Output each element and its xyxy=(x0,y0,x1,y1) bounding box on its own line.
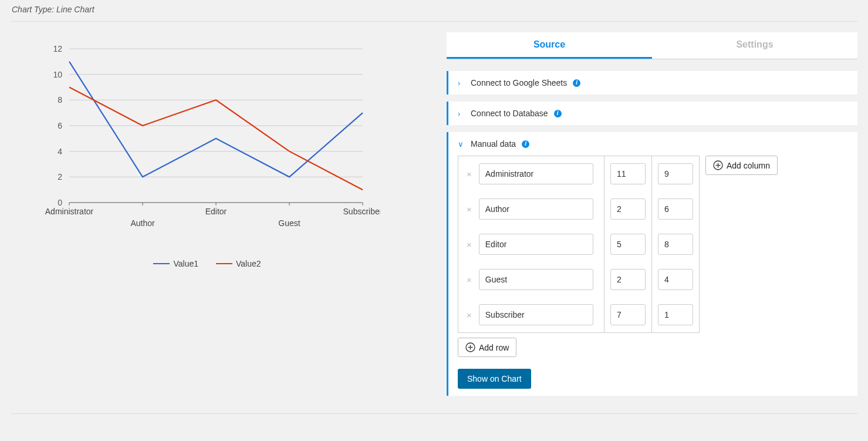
info-icon[interactable]: i xyxy=(554,110,562,117)
tab-source[interactable]: Source xyxy=(447,32,652,59)
chevron-down-icon: ∨ xyxy=(458,140,465,149)
row-value2-input[interactable] xyxy=(658,269,693,290)
remove-row-button[interactable]: × xyxy=(464,240,474,249)
svg-text:4: 4 xyxy=(58,147,62,156)
row-label-input[interactable] xyxy=(479,234,593,255)
accordion-database[interactable]: › Connect to Database i xyxy=(447,102,857,125)
row-value2-input[interactable] xyxy=(658,163,693,184)
tab-settings[interactable]: Settings xyxy=(652,32,857,59)
add-column-label: Add column xyxy=(727,161,770,170)
accordion-title-database: Connect to Database xyxy=(471,109,548,118)
remove-row-button[interactable]: × xyxy=(464,275,474,284)
info-icon[interactable]: i xyxy=(522,140,529,148)
row-value1-input[interactable] xyxy=(610,304,646,325)
svg-text:2: 2 xyxy=(58,172,62,181)
accordion-title-google-sheets: Connect to Google Sheets xyxy=(471,78,567,87)
legend-swatch-value1 xyxy=(153,263,170,264)
add-column-button[interactable]: Add column xyxy=(705,156,778,175)
manual-data-table: ××××× xyxy=(458,156,700,333)
svg-text:Author: Author xyxy=(130,218,155,228)
chevron-right-icon: › xyxy=(458,79,465,87)
svg-text:Subscriber: Subscriber xyxy=(343,207,380,216)
add-row-label: Add row xyxy=(479,343,509,352)
row-label-input[interactable] xyxy=(479,198,593,220)
row-label-input[interactable] xyxy=(479,269,593,290)
svg-text:0: 0 xyxy=(58,198,62,207)
plus-circle-icon xyxy=(465,342,475,352)
chart-type-label: Chart Type: Line Chart xyxy=(11,2,857,22)
accordion-google-sheets[interactable]: › Connect to Google Sheets i xyxy=(447,71,857,95)
row-value2-input[interactable] xyxy=(658,304,693,325)
svg-text:10: 10 xyxy=(53,70,62,79)
line-chart: 024681012AdministratorAuthorEditorGuestS… xyxy=(34,38,380,261)
row-value1-input[interactable] xyxy=(610,198,646,220)
row-value1-input[interactable] xyxy=(610,234,646,255)
remove-row-button[interactable]: × xyxy=(464,205,474,214)
row-value2-input[interactable] xyxy=(658,234,693,255)
show-on-chart-button[interactable]: Show on Chart xyxy=(458,369,531,389)
editor-tabs: Source Settings xyxy=(447,32,857,59)
row-value1-input[interactable] xyxy=(610,163,646,184)
plus-circle-icon xyxy=(713,160,723,170)
accordion-header-manual[interactable]: ∨ Manual data i xyxy=(458,139,848,149)
svg-text:12: 12 xyxy=(53,44,62,53)
remove-row-button[interactable]: × xyxy=(464,311,474,319)
accordion-manual-data: ∨ Manual data i ××××× Add column xyxy=(447,132,857,396)
accordion-title-manual: Manual data xyxy=(471,139,516,149)
row-value2-input[interactable] xyxy=(658,198,693,220)
row-value1-input[interactable] xyxy=(610,269,646,290)
row-label-input[interactable] xyxy=(479,163,593,184)
svg-text:Editor: Editor xyxy=(205,207,227,216)
info-icon[interactable]: i xyxy=(573,79,580,87)
svg-text:8: 8 xyxy=(58,95,62,105)
remove-row-button[interactable]: × xyxy=(464,170,474,179)
chevron-right-icon: › xyxy=(458,109,465,118)
svg-text:Administrator: Administrator xyxy=(45,207,94,216)
svg-text:6: 6 xyxy=(58,121,62,130)
row-label-input[interactable] xyxy=(479,304,593,325)
legend-swatch-value2 xyxy=(216,263,232,264)
chart-editor-pane: Source Settings › Connect to Google Shee… xyxy=(447,32,857,403)
add-row-button[interactable]: Add row xyxy=(458,338,516,357)
svg-text:Guest: Guest xyxy=(278,218,300,228)
chart-preview-pane: 024681012AdministratorAuthorEditorGuestS… xyxy=(11,32,435,403)
